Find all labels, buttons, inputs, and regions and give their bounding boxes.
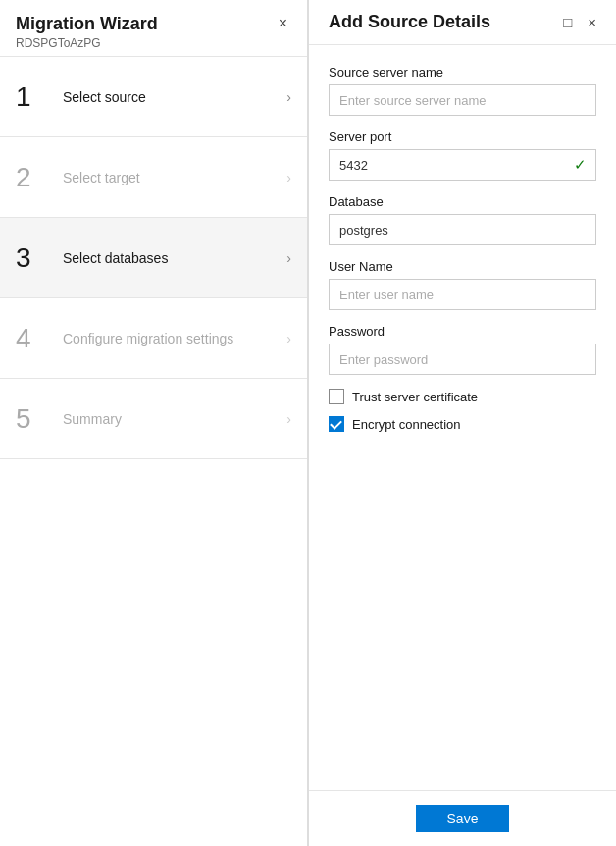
step-label-2: Select target [63, 170, 286, 185]
step-item-4[interactable]: 4 Configure migration settings › [0, 298, 307, 379]
step-label-4: Configure migration settings [63, 331, 286, 346]
wizard-subtitle: RDSPGToAzPG [16, 36, 158, 50]
left-header: Migration Wizard RDSPGToAzPG × [0, 0, 307, 57]
left-close-button[interactable]: × [275, 14, 291, 33]
left-panel: Migration Wizard RDSPGToAzPG × 1 Select … [0, 0, 308, 846]
password-group: Password [329, 324, 596, 375]
step-chevron-1: › [286, 89, 291, 105]
database-input[interactable] [329, 214, 596, 245]
source-server-name-group: Source server name [329, 65, 596, 116]
step-number-5: 5 [16, 403, 51, 435]
left-bottom-space [0, 459, 307, 846]
save-button[interactable]: Save [416, 805, 510, 832]
form-body: Source server name Server port ✓ Databas… [309, 45, 616, 790]
database-group: Database [329, 194, 596, 245]
trust-cert-label: Trust server certificate [352, 390, 478, 404]
wizard-title: Migration Wizard [16, 14, 158, 34]
right-footer: Save [309, 790, 616, 846]
source-server-name-label: Source server name [329, 65, 596, 79]
encrypt-conn-label: Encrypt connection [352, 417, 461, 432]
step-chevron-4: › [286, 331, 291, 346]
username-input[interactable] [329, 279, 596, 310]
server-port-input[interactable] [329, 149, 596, 181]
trust-cert-checkbox[interactable] [329, 389, 344, 404]
right-panel: Add Source Details □ × Source server nam… [308, 0, 616, 846]
step-chevron-2: › [286, 170, 291, 185]
step-number-4: 4 [16, 323, 51, 354]
right-panel-title: Add Source Details [329, 12, 490, 32]
step-label-3: Select databases [63, 250, 286, 266]
source-server-name-input[interactable] [329, 84, 596, 116]
encrypt-conn-checkbox[interactable] [329, 416, 344, 432]
step-number-1: 1 [16, 81, 51, 113]
step-label-1: Select source [63, 89, 286, 105]
step-chevron-3: › [286, 250, 291, 266]
step-number-3: 3 [16, 242, 51, 274]
step-chevron-5: › [286, 411, 291, 427]
step-item-3[interactable]: 3 Select databases › [0, 218, 307, 298]
port-valid-icon: ✓ [574, 156, 587, 174]
encrypt-conn-group: Encrypt connection [329, 416, 596, 432]
step-item-2[interactable]: 2 Select target › [0, 137, 307, 218]
step-label-5: Summary [63, 411, 286, 427]
username-group: User Name [329, 259, 596, 310]
step-item-1[interactable]: 1 Select source › [0, 57, 307, 137]
step-number-2: 2 [16, 162, 51, 193]
password-label: Password [329, 324, 596, 339]
trust-cert-group: Trust server certificate [329, 389, 596, 404]
server-port-label: Server port [329, 130, 596, 144]
right-header-icons: □ × [559, 13, 600, 31]
server-port-input-wrapper: ✓ [329, 149, 596, 181]
right-close-button[interactable]: × [584, 13, 600, 31]
right-header: Add Source Details □ × [309, 0, 616, 45]
username-label: User Name [329, 259, 596, 274]
password-input[interactable] [329, 344, 596, 375]
database-label: Database [329, 194, 596, 209]
step-item-5[interactable]: 5 Summary › [0, 379, 307, 459]
server-port-group: Server port ✓ [329, 130, 596, 181]
maximize-button[interactable]: □ [559, 13, 576, 31]
